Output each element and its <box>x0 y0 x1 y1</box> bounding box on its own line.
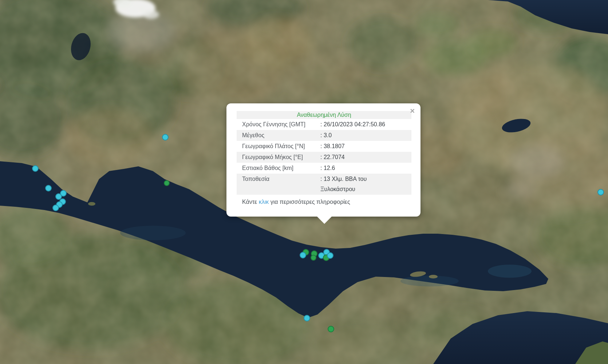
footer-text: για περισσότερες πληροφορίες <box>269 199 350 205</box>
satellite-map[interactable]: × Αναθεωρημένη Λύση Χρόνος Γέννησης [GMT… <box>0 0 608 364</box>
popup-close-button[interactable]: × <box>410 107 415 115</box>
row-value: : 13 Χλμ. ΒΒΑ του Ξυλοκάστρου <box>320 174 411 195</box>
earthquake-marker[interactable] <box>164 181 169 186</box>
row-label: Τοποθεσία <box>237 174 320 195</box>
earthquake-marker[interactable] <box>598 189 604 195</box>
row-value: : 12.6 <box>320 163 411 174</box>
islet <box>429 275 438 278</box>
popup-title: Αναθεωρημένη Λύση <box>237 111 411 119</box>
more-info-link[interactable]: κλικ <box>259 199 269 205</box>
footer-text: Κάντε <box>242 199 259 205</box>
earthquake-popup: × Αναθεωρημένη Λύση Χρόνος Γέννησης [GMT… <box>226 103 421 217</box>
row-value: : 3.0 <box>320 130 411 141</box>
earthquake-marker[interactable] <box>53 205 59 211</box>
earthquake-marker[interactable] <box>311 255 316 260</box>
row-depth: Εστιακό Βάθος [km] : 12.6 <box>237 163 411 174</box>
shallow-water <box>120 226 186 240</box>
row-longitude: Γεωγραφικό Μήκος [°E] : 22.7074 <box>237 152 411 163</box>
popup-tail <box>317 216 332 224</box>
earthquake-marker[interactable] <box>162 134 168 140</box>
row-location: Τοποθεσία : 13 Χλμ. ΒΒΑ του Ξυλοκάστρου <box>237 174 411 195</box>
shallow-water <box>488 265 532 278</box>
earthquake-marker[interactable] <box>328 326 334 332</box>
row-value: : 22.7074 <box>320 152 411 163</box>
popup-footer: Κάντε κλικ για περισσότερες πληροφορίες <box>237 197 411 207</box>
row-label: Γεωγραφικό Πλάτος [°N] <box>237 141 320 152</box>
row-value: : 26/10/2023 04:27:50.86 <box>320 119 411 130</box>
row-latitude: Γεωγραφικό Πλάτος [°N] : 38.1807 <box>237 141 411 152</box>
row-label: Γεωγραφικό Μήκος [°E] <box>237 152 320 163</box>
earthquake-marker[interactable] <box>304 315 310 321</box>
row-label: Μέγεθος <box>237 130 320 141</box>
earthquake-marker[interactable] <box>300 252 306 258</box>
earthquake-marker[interactable] <box>32 166 38 171</box>
earthquake-marker[interactable] <box>46 185 51 191</box>
earthquake-marker[interactable] <box>327 253 333 258</box>
islet <box>88 202 95 206</box>
row-origin-time: Χρόνος Γέννησης [GMT] : 26/10/2023 04:27… <box>237 119 411 130</box>
row-label: Εστιακό Βάθος [km] <box>237 163 320 174</box>
row-value: : 38.1807 <box>320 141 411 152</box>
row-magnitude: Μέγεθος : 3.0 <box>237 130 411 141</box>
earthquake-marker[interactable] <box>56 194 62 199</box>
row-label: Χρόνος Γέννησης [GMT] <box>237 119 320 130</box>
